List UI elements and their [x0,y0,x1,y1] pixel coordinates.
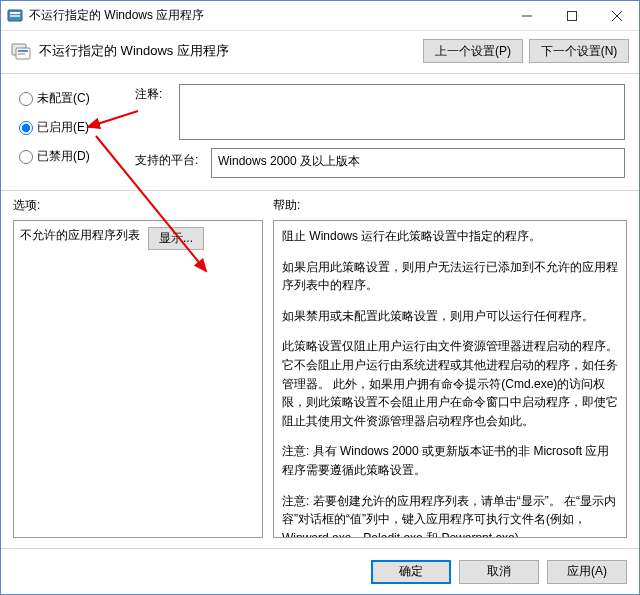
svg-rect-2 [10,15,20,17]
help-paragraph: 阻止 Windows 运行在此策略设置中指定的程序。 [282,227,618,246]
svg-rect-4 [567,11,576,20]
titlebar: 不运行指定的 Windows 应用程序 [1,1,639,31]
options-label: 选项: [13,197,273,214]
radio-not-configured-label: 未配置(C) [37,90,90,107]
svg-rect-1 [10,12,20,14]
radio-enabled-input[interactable] [19,121,33,135]
platform-value: Windows 2000 及以上版本 [211,148,625,178]
help-paragraph: 如果禁用或未配置此策略设置，则用户可以运行任何程序。 [282,307,618,326]
radio-enabled-label: 已启用(E) [37,119,89,136]
platform-label: 支持的平台: [135,148,205,169]
help-panel[interactable]: 阻止 Windows 运行在此策略设置中指定的程序。 如果启用此策略设置，则用户… [273,220,627,538]
lower-area: 不允许的应用程序列表 显示... 阻止 Windows 运行在此策略设置中指定的… [1,220,639,548]
show-button[interactable]: 显示... [148,227,204,250]
radio-disabled[interactable]: 已禁用(D) [19,148,129,165]
radio-not-configured[interactable]: 未配置(C) [19,90,129,107]
comment-textarea[interactable] [179,84,625,140]
window-title: 不运行指定的 Windows 应用程序 [29,7,504,24]
config-area: 未配置(C) 已启用(E) 已禁用(D) 注释: 支持的平台: Windows … [1,74,639,191]
window-controls [504,1,639,30]
radio-disabled-input[interactable] [19,150,33,164]
footer: 确定 取消 应用(A) [1,548,639,594]
maximize-button[interactable] [549,1,594,30]
app-icon [7,8,23,24]
comment-label: 注释: [135,84,173,103]
radio-enabled[interactable]: 已启用(E) [19,119,129,136]
cancel-button[interactable]: 取消 [459,560,539,584]
platform-row: 支持的平台: Windows 2000 及以上版本 [135,148,625,178]
help-paragraph: 注意: 若要创建允许的应用程序列表，请单击“显示”。 在“显示内容”对话框的“值… [282,492,618,538]
apply-button[interactable]: 应用(A) [547,560,627,584]
comment-row: 注释: [135,84,625,140]
state-radio-group: 未配置(C) 已启用(E) 已禁用(D) [19,84,129,178]
minimize-button[interactable] [504,1,549,30]
close-button[interactable] [594,1,639,30]
radio-disabled-label: 已禁用(D) [37,148,90,165]
help-label: 帮助: [273,197,300,214]
help-paragraph: 注意: 具有 Windows 2000 或更新版本证书的非 Microsoft … [282,442,618,479]
gpo-dialog: 不运行指定的 Windows 应用程序 不运行指定的 Windows 应用程序 … [0,0,640,595]
help-paragraph: 如果启用此策略设置，则用户无法运行已添加到不允许的应用程序列表中的程序。 [282,258,618,295]
disallowed-list-label: 不允许的应用程序列表 [20,227,140,244]
previous-setting-button[interactable]: 上一个设置(P) [423,39,523,63]
policy-title: 不运行指定的 Windows 应用程序 [39,42,417,60]
ok-button[interactable]: 确定 [371,560,451,584]
section-labels: 选项: 帮助: [1,191,639,220]
help-paragraph: 此策略设置仅阻止用户运行由文件资源管理器进程启动的程序。它不会阻止用户运行由系统… [282,337,618,430]
policy-header: 不运行指定的 Windows 应用程序 上一个设置(P) 下一个设置(N) [1,31,639,74]
options-panel: 不允许的应用程序列表 显示... [13,220,263,538]
next-setting-button[interactable]: 下一个设置(N) [529,39,629,63]
policy-icon [11,41,31,61]
svg-rect-10 [18,53,25,55]
svg-rect-9 [18,50,28,52]
radio-not-configured-input[interactable] [19,92,33,106]
